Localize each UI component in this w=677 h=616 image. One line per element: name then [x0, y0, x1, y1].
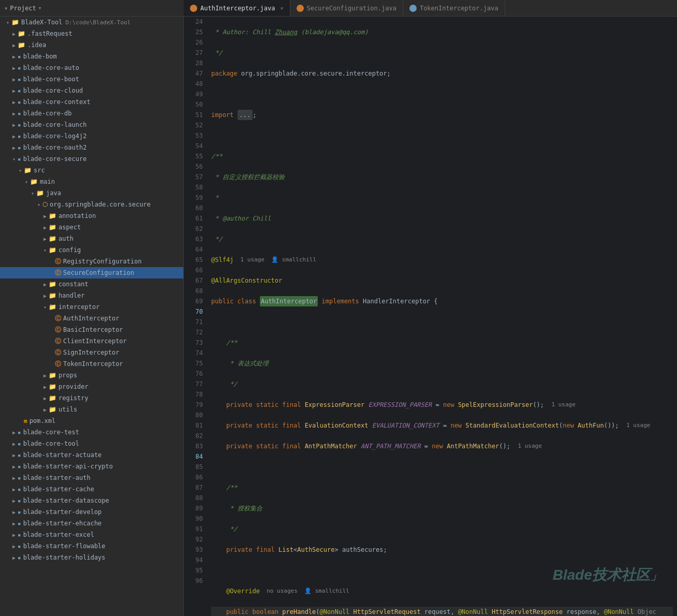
tree-item-blade-starter-api-crypto[interactable]: ▶ ▪ blade-starter-api-crypto	[0, 461, 183, 472]
tree-item-blade-core-launch[interactable]: ▶ ▪ blade-core-launch	[0, 119, 183, 130]
constant-arrow: ▶	[41, 282, 49, 287]
tree-item-blade-starter-ehcache[interactable]: ▶ ▪ blade-starter-ehcache	[0, 518, 183, 529]
provider-folder-icon: 📁	[49, 383, 56, 390]
org-pkg-label: org.springblade.core.secure	[50, 201, 151, 208]
tab-secure-config[interactable]: SecureConfiguration.java	[290, 0, 403, 16]
tree-item-blade-starter-holidays[interactable]: ▶ ▪ blade-starter-holidays	[0, 552, 183, 563]
fast-request-folder-icon: 📁	[18, 30, 25, 37]
blade-starter-ehcache-arrow: ▶	[10, 521, 18, 526]
tree-item-interceptor[interactable]: ▾ 📁 interceptor	[0, 301, 183, 313]
tree-item-handler[interactable]: ▶ 📁 handler	[0, 290, 183, 301]
sign-interceptor-icon: Ⓒ	[55, 348, 61, 357]
sign-interceptor-label: SignInterceptor	[63, 349, 119, 356]
pom-xml-icon: m	[24, 418, 27, 424]
config-arrow: ▾	[41, 247, 49, 253]
tab-bar: AuthInterceptor.java ✕ SecureConfigurati…	[184, 0, 677, 16]
tree-item-secure-config[interactable]: Ⓒ SecureConfiguration	[0, 267, 183, 278]
tree-item-blade-starter-excel[interactable]: ▶ ▪ blade-starter-excel	[0, 529, 183, 540]
tree-item-client-interceptor[interactable]: Ⓒ ClientInterceptor	[0, 335, 183, 347]
blade-starter-api-crypto-icon: ▪	[18, 463, 21, 470]
blade-core-auto-arrow: ▶	[10, 65, 18, 71]
tab-icon-token	[409, 5, 417, 12]
tree-item-blade-starter-auth[interactable]: ▶ ▪ blade-starter-auth	[0, 472, 183, 483]
tree-item-blade-core-boot[interactable]: ▶ ▪ blade-core-boot	[0, 74, 183, 85]
tree-item-annotation[interactable]: ▶ 📁 annotation	[0, 210, 183, 222]
blade-starter-flowable-arrow: ▶	[10, 544, 18, 549]
org-pkg-arrow: ▾	[35, 202, 42, 208]
blade-core-context-icon: ▪	[18, 99, 21, 106]
blade-starter-auth-arrow: ▶	[10, 475, 18, 481]
tree-item-idea[interactable]: ▶ 📁 .idea	[0, 39, 183, 51]
blade-starter-excel-label: blade-starter-excel	[23, 531, 94, 538]
token-interceptor-label: TokenInterceptor	[63, 360, 123, 368]
tree-item-blade-starter-develop[interactable]: ▶ ▪ blade-starter-develop	[0, 506, 183, 518]
tab-auth-interceptor[interactable]: AuthInterceptor.java ✕	[184, 0, 290, 16]
tree-item-main[interactable]: ▾ 📁 main	[0, 176, 183, 187]
registry-config-icon: Ⓒ	[55, 257, 61, 266]
aspect-arrow: ▶	[41, 225, 49, 230]
blade-core-secure-arrow: ▾	[10, 156, 18, 162]
java-label: java	[46, 189, 61, 197]
tree-root[interactable]: ▾ 📁 BladeX-Tool D:\code\BladeX-Tool	[0, 17, 183, 28]
tree-item-token-interceptor[interactable]: Ⓒ TokenInterceptor	[0, 358, 183, 370]
tree-item-utils[interactable]: ▶ 📁 utils	[0, 404, 183, 415]
tree-item-constant[interactable]: ▶ 📁 constant	[0, 278, 183, 290]
tree-item-fast-request[interactable]: ▶ 📁 .fastRequest	[0, 28, 183, 39]
code-editor[interactable]: 24 25 26 27 28 47 48 49 50 51 52 53 54 5…	[184, 17, 677, 616]
tree-item-blade-starter-cache[interactable]: ▶ ▪ blade-starter-cache	[0, 483, 183, 495]
blade-core-test-label: blade-core-test	[23, 429, 79, 436]
tree-item-blade-starter-flowable[interactable]: ▶ ▪ blade-starter-flowable	[0, 540, 183, 552]
auth-interceptor-icon: Ⓒ	[55, 314, 61, 323]
tree-item-blade-bom[interactable]: ▶ ▪ blade-bom	[0, 51, 183, 62]
config-folder-icon: 📁	[49, 246, 56, 254]
tree-item-java[interactable]: ▾ 📁 java	[0, 187, 183, 199]
tree-item-provider[interactable]: ▶ 📁 provider	[0, 381, 183, 392]
tree-item-src[interactable]: ▾ 📁 src	[0, 165, 183, 176]
tree-item-org-pkg[interactable]: ▾ ⬡ org.springblade.core.secure	[0, 199, 183, 210]
root-label: BladeX-Tool	[21, 19, 62, 26]
tree-item-blade-core-secure[interactable]: ▾ ▪ blade-core-secure	[0, 153, 183, 165]
tree-item-blade-core-auto[interactable]: ▶ ▪ blade-core-auto	[0, 62, 183, 74]
main-area: ▾ 📁 BladeX-Tool D:\code\BladeX-Tool ▶ 📁 …	[0, 17, 677, 616]
annotation-label: annotation	[58, 212, 96, 219]
token-interceptor-icon: Ⓒ	[55, 360, 61, 369]
tree-item-pom-xml[interactable]: m pom.xml	[0, 415, 183, 427]
tab-close-auth[interactable]: ✕	[281, 5, 284, 11]
tree-item-auth[interactable]: ▶ 📁 auth	[0, 233, 183, 244]
blade-core-secure-icon: ▪	[18, 156, 21, 163]
basic-interceptor-label: BasicInterceptor	[63, 326, 123, 333]
constant-folder-icon: 📁	[49, 281, 56, 288]
registry-label: registry	[58, 394, 89, 402]
tree-item-blade-starter-datascope[interactable]: ▶ ▪ blade-starter-datascope	[0, 495, 183, 506]
tree-item-auth-interceptor[interactable]: Ⓒ AuthInterceptor	[0, 313, 183, 324]
tab-token-interceptor[interactable]: TokenInterceptor.java	[403, 0, 505, 16]
tree-item-props[interactable]: ▶ 📁 props	[0, 370, 183, 381]
tree-item-blade-starter-actuate[interactable]: ▶ ▪ blade-starter-actuate	[0, 449, 183, 461]
tree-item-blade-core-tool[interactable]: ▶ ▪ blade-core-tool	[0, 438, 183, 449]
sidebar-header: ▾ Project ▾	[0, 5, 184, 12]
tree-item-blade-core-test[interactable]: ▶ ▪ blade-core-test	[0, 427, 183, 438]
java-arrow: ▾	[29, 190, 36, 196]
tree-item-blade-core-log4j2[interactable]: ▶ ▪ blade-core-log4j2	[0, 130, 183, 142]
tree-item-blade-core-oauth2[interactable]: ▶ ▪ blade-core-oauth2	[0, 142, 183, 153]
tree-item-config[interactable]: ▾ 📁 config	[0, 244, 183, 256]
project-arrow[interactable]: ▾	[4, 5, 8, 12]
src-arrow: ▾	[17, 168, 24, 173]
tree-item-registry[interactable]: ▶ 📁 registry	[0, 392, 183, 404]
main-folder-icon: 📁	[30, 178, 38, 185]
tree-item-registry-config[interactable]: Ⓒ RegistryConfiguration	[0, 256, 183, 267]
annotation-arrow: ▶	[41, 213, 49, 219]
tree-item-blade-core-db[interactable]: ▶ ▪ blade-core-db	[0, 108, 183, 119]
tree-item-blade-core-context[interactable]: ▶ ▪ blade-core-context	[0, 96, 183, 108]
blade-core-launch-label: blade-core-launch	[23, 121, 87, 128]
tab-icon-secure	[297, 5, 304, 12]
blade-starter-develop-label: blade-starter-develop	[23, 508, 102, 516]
tree-item-basic-interceptor[interactable]: Ⓒ BasicInterceptor	[0, 324, 183, 335]
project-sidebar: ▾ 📁 BladeX-Tool D:\code\BladeX-Tool ▶ 📁 …	[0, 17, 184, 616]
tree-item-sign-interceptor[interactable]: Ⓒ SignInterceptor	[0, 347, 183, 358]
provider-label: provider	[58, 383, 89, 390]
interceptor-folder-icon: 📁	[49, 303, 56, 311]
tree-item-aspect[interactable]: ▶ 📁 aspect	[0, 222, 183, 233]
blade-starter-ehcache-icon: ▪	[18, 520, 21, 527]
tree-item-blade-core-cloud[interactable]: ▶ ▪ blade-core-cloud	[0, 85, 183, 96]
